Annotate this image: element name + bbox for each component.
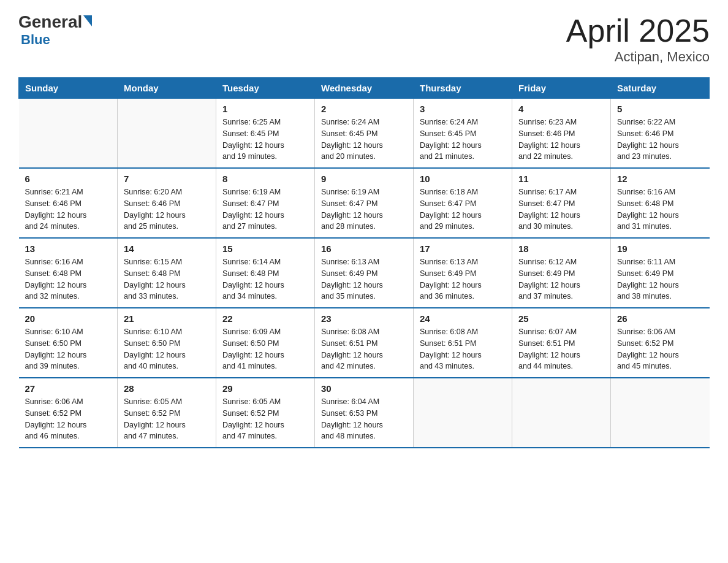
logo-blue-text: Blue: [21, 32, 50, 48]
day-number: 9: [321, 174, 407, 184]
day-number: 25: [518, 313, 604, 324]
table-row: 24Sunrise: 6:08 AMSunset: 6:51 PMDayligh…: [414, 308, 512, 378]
day-info: Sunrise: 6:19 AMSunset: 6:47 PMDaylight:…: [222, 186, 308, 232]
day-number: 15: [222, 243, 308, 254]
calendar-title: April 2025: [566, 12, 710, 49]
day-number: 23: [321, 313, 407, 324]
table-row: 30Sunrise: 6:04 AMSunset: 6:53 PMDayligh…: [315, 378, 414, 448]
day-number: 28: [124, 383, 210, 394]
table-row: 1Sunrise: 6:25 AMSunset: 6:45 PMDaylight…: [216, 99, 315, 169]
table-row: 26Sunrise: 6:06 AMSunset: 6:52 PMDayligh…: [611, 308, 710, 378]
day-info: Sunrise: 6:21 AMSunset: 6:46 PMDaylight:…: [25, 186, 112, 232]
table-row: 9Sunrise: 6:19 AMSunset: 6:47 PMDaylight…: [315, 168, 414, 238]
day-info: Sunrise: 6:05 AMSunset: 6:52 PMDaylight:…: [124, 396, 210, 442]
title-block: April 2025 Actipan, Mexico: [566, 12, 710, 65]
table-row: 4Sunrise: 6:23 AMSunset: 6:46 PMDaylight…: [512, 99, 611, 169]
table-row: [414, 378, 512, 448]
day-number: 14: [124, 243, 210, 254]
table-row: 18Sunrise: 6:12 AMSunset: 6:49 PMDayligh…: [512, 238, 611, 308]
day-number: 6: [25, 174, 112, 184]
day-number: 10: [420, 174, 506, 184]
page-header: General Blue April 2025 Actipan, Mexico: [18, 12, 710, 65]
table-row: 2Sunrise: 6:24 AMSunset: 6:45 PMDaylight…: [315, 99, 414, 169]
day-info: Sunrise: 6:16 AMSunset: 6:48 PMDaylight:…: [25, 256, 112, 302]
calendar-week-row: 27Sunrise: 6:06 AMSunset: 6:52 PMDayligh…: [19, 378, 710, 448]
day-info: Sunrise: 6:06 AMSunset: 6:52 PMDaylight:…: [617, 326, 703, 372]
day-number: 2: [321, 104, 407, 114]
day-number: 21: [124, 313, 210, 324]
logo-general-text: General: [18, 12, 82, 32]
table-row: [611, 378, 710, 448]
table-row: 11Sunrise: 6:17 AMSunset: 6:47 PMDayligh…: [512, 168, 611, 238]
table-row: 28Sunrise: 6:05 AMSunset: 6:52 PMDayligh…: [118, 378, 216, 448]
day-info: Sunrise: 6:14 AMSunset: 6:48 PMDaylight:…: [222, 256, 308, 302]
day-number: 27: [25, 383, 112, 394]
day-info: Sunrise: 6:16 AMSunset: 6:48 PMDaylight:…: [617, 186, 703, 232]
day-info: Sunrise: 6:24 AMSunset: 6:45 PMDaylight:…: [321, 117, 407, 163]
day-number: 24: [420, 313, 506, 324]
day-info: Sunrise: 6:10 AMSunset: 6:50 PMDaylight:…: [124, 326, 210, 372]
table-row: 19Sunrise: 6:11 AMSunset: 6:49 PMDayligh…: [611, 238, 710, 308]
day-info: Sunrise: 6:06 AMSunset: 6:52 PMDaylight:…: [25, 396, 112, 442]
day-info: Sunrise: 6:09 AMSunset: 6:50 PMDaylight:…: [222, 326, 308, 372]
logo: General Blue: [18, 12, 92, 48]
table-row: 12Sunrise: 6:16 AMSunset: 6:48 PMDayligh…: [611, 168, 710, 238]
day-info: Sunrise: 6:04 AMSunset: 6:53 PMDaylight:…: [321, 396, 407, 442]
table-row: 29Sunrise: 6:05 AMSunset: 6:52 PMDayligh…: [216, 378, 315, 448]
day-number: 4: [518, 104, 604, 114]
table-row: [512, 378, 611, 448]
day-info: Sunrise: 6:20 AMSunset: 6:46 PMDaylight:…: [124, 186, 210, 232]
day-number: 16: [321, 243, 407, 254]
day-number: 3: [420, 104, 506, 114]
calendar-table: Sunday Monday Tuesday Wednesday Thursday…: [18, 77, 710, 448]
day-info: Sunrise: 6:08 AMSunset: 6:51 PMDaylight:…: [420, 326, 506, 372]
day-number: 19: [617, 243, 703, 254]
day-info: Sunrise: 6:25 AMSunset: 6:45 PMDaylight:…: [222, 117, 308, 163]
weekday-header-row: Sunday Monday Tuesday Wednesday Thursday…: [19, 78, 710, 99]
calendar-week-row: 20Sunrise: 6:10 AMSunset: 6:50 PMDayligh…: [19, 308, 710, 378]
table-row: 13Sunrise: 6:16 AMSunset: 6:48 PMDayligh…: [19, 238, 118, 308]
table-row: 20Sunrise: 6:10 AMSunset: 6:50 PMDayligh…: [19, 308, 118, 378]
table-row: 5Sunrise: 6:22 AMSunset: 6:46 PMDaylight…: [611, 99, 710, 169]
table-row: 6Sunrise: 6:21 AMSunset: 6:46 PMDaylight…: [19, 168, 118, 238]
table-row: 21Sunrise: 6:10 AMSunset: 6:50 PMDayligh…: [118, 308, 216, 378]
day-info: Sunrise: 6:17 AMSunset: 6:47 PMDaylight:…: [518, 186, 604, 232]
logo-triangle-icon: [83, 15, 92, 26]
col-monday: Monday: [118, 78, 216, 99]
day-number: 13: [25, 243, 112, 254]
calendar-header: Sunday Monday Tuesday Wednesday Thursday…: [19, 78, 710, 99]
table-row: 8Sunrise: 6:19 AMSunset: 6:47 PMDaylight…: [216, 168, 315, 238]
table-row: 3Sunrise: 6:24 AMSunset: 6:45 PMDaylight…: [414, 99, 512, 169]
table-row: 15Sunrise: 6:14 AMSunset: 6:48 PMDayligh…: [216, 238, 315, 308]
day-number: 8: [222, 174, 308, 184]
table-row: 17Sunrise: 6:13 AMSunset: 6:49 PMDayligh…: [414, 238, 512, 308]
day-info: Sunrise: 6:12 AMSunset: 6:49 PMDaylight:…: [518, 256, 604, 302]
day-info: Sunrise: 6:22 AMSunset: 6:46 PMDaylight:…: [617, 117, 703, 163]
table-row: 25Sunrise: 6:07 AMSunset: 6:51 PMDayligh…: [512, 308, 611, 378]
day-number: 7: [124, 174, 210, 184]
day-info: Sunrise: 6:07 AMSunset: 6:51 PMDaylight:…: [518, 326, 604, 372]
table-row: 14Sunrise: 6:15 AMSunset: 6:48 PMDayligh…: [118, 238, 216, 308]
calendar-week-row: 6Sunrise: 6:21 AMSunset: 6:46 PMDaylight…: [19, 168, 710, 238]
table-row: [118, 99, 216, 169]
table-row: [19, 99, 118, 169]
day-info: Sunrise: 6:11 AMSunset: 6:49 PMDaylight:…: [617, 256, 703, 302]
day-number: 11: [518, 174, 604, 184]
col-sunday: Sunday: [19, 78, 118, 99]
table-row: 16Sunrise: 6:13 AMSunset: 6:49 PMDayligh…: [315, 238, 414, 308]
day-number: 1: [222, 104, 308, 114]
day-info: Sunrise: 6:13 AMSunset: 6:49 PMDaylight:…: [420, 256, 506, 302]
col-saturday: Saturday: [611, 78, 710, 99]
day-info: Sunrise: 6:08 AMSunset: 6:51 PMDaylight:…: [321, 326, 407, 372]
calendar-subtitle: Actipan, Mexico: [566, 49, 710, 65]
table-row: 7Sunrise: 6:20 AMSunset: 6:46 PMDaylight…: [118, 168, 216, 238]
day-number: 18: [518, 243, 604, 254]
day-number: 22: [222, 313, 308, 324]
day-info: Sunrise: 6:24 AMSunset: 6:45 PMDaylight:…: [420, 117, 506, 163]
calendar-body: 1Sunrise: 6:25 AMSunset: 6:45 PMDaylight…: [19, 99, 710, 448]
table-row: 27Sunrise: 6:06 AMSunset: 6:52 PMDayligh…: [19, 378, 118, 448]
day-number: 30: [321, 383, 407, 394]
day-info: Sunrise: 6:15 AMSunset: 6:48 PMDaylight:…: [124, 256, 210, 302]
day-number: 17: [420, 243, 506, 254]
day-info: Sunrise: 6:10 AMSunset: 6:50 PMDaylight:…: [25, 326, 112, 372]
